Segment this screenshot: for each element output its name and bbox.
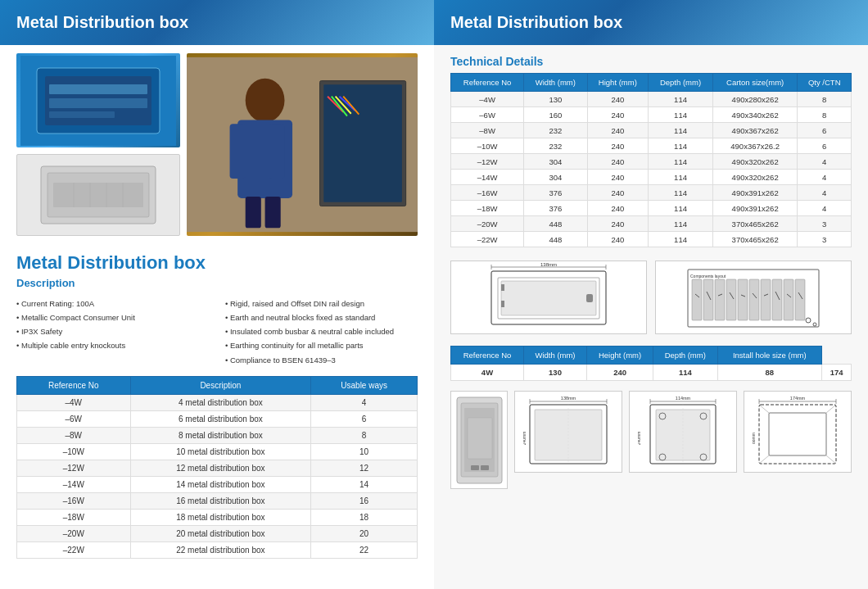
product-box-image (16, 154, 180, 236)
front-diagram-svg: 138mm (483, 263, 614, 333)
table-cell: 240 (587, 365, 653, 381)
table-row: –10W10 metal distribution box10 (17, 443, 418, 460)
description-heading: Description (16, 277, 418, 289)
svg-rect-9 (53, 183, 143, 207)
table-cell: 8 metal distribution box (130, 427, 311, 443)
table-cell: 16 metal distribution box (130, 492, 311, 509)
table-cell: 490x367x26.2 (712, 138, 798, 154)
feature-item: • Insulated comb busbar & neutral cable … (225, 325, 418, 338)
right-table1: Reference NoWidth (mm)Hight (mm)Depth (m… (450, 73, 852, 247)
svg-rect-47 (761, 279, 771, 320)
product-top-svg (20, 56, 176, 146)
table-cell: 490x340x262 (712, 107, 798, 123)
front-diag-svg: 138mm 240mm (523, 393, 613, 471)
left-title: Metal Distribution box (16, 13, 418, 32)
table-header: Install hole size (mm) (717, 347, 822, 365)
bottom-diagrams: 138mm 240mm 114mm (434, 387, 868, 492)
left-table-section: Reference NoDescriptionUsable ways –4W4 … (0, 376, 434, 559)
table-row: –18W376240114490x391x2624 (451, 201, 852, 216)
svg-rect-37 (501, 301, 504, 307)
table-cell: –14W (451, 170, 524, 185)
table-cell: –6W (451, 107, 524, 123)
table-cell: –20W (451, 216, 524, 232)
table-cell: 240 (587, 170, 649, 185)
feature-item: • Compliance to BSEN 61439–3 (225, 354, 418, 367)
table-cell: 6 (798, 138, 852, 154)
bottom-diag-hole: 174mm 88mm (744, 391, 852, 473)
feature-item: • Earthing continuity for all metallic p… (225, 339, 418, 352)
table-cell: 114 (649, 154, 713, 170)
table-cell: 114 (653, 365, 717, 381)
table-row: –20W20 metal distribution box20 (17, 525, 418, 541)
table-cell: 3 (798, 232, 852, 247)
table-cell: 490x391x262 (712, 185, 798, 201)
table-header: Qty /CTN (798, 74, 852, 92)
table-cell: 16 (311, 492, 418, 509)
table-cell: –16W (17, 492, 131, 509)
table-cell: 240 (587, 232, 649, 247)
table-cell: 10 metal distribution box (130, 443, 311, 460)
svg-point-23 (246, 79, 285, 123)
table-cell: 370x465x262 (712, 216, 798, 232)
bottom-diag-side: 114mm 240mm (629, 391, 737, 473)
feature-item: • Earth and neutral blocks fixed as stan… (225, 311, 418, 324)
table-cell: 174 (822, 365, 852, 381)
table-cell: –6W (17, 410, 131, 427)
left-header: Metal Distribution box (0, 0, 434, 45)
svg-text:88mm: 88mm (753, 433, 756, 444)
feature-item: • Rigid, raised and Offset DIN rail desi… (225, 297, 418, 310)
table-header: Reference No (451, 347, 524, 365)
table-cell: 114 (649, 232, 713, 247)
table-cell: –20W (17, 525, 131, 541)
bottom-diag-product (450, 391, 508, 489)
table-cell: 114 (649, 170, 713, 185)
svg-point-61 (806, 318, 811, 323)
right-table2: Reference NoWidth (mm)Height (mm)Depth (… (450, 346, 852, 381)
svg-rect-94 (769, 413, 826, 455)
right-table1-section: Reference NoWidth (mm)Hight (mm)Depth (m… (434, 73, 868, 247)
table-cell: 4 (798, 170, 852, 185)
table-cell: 240 (587, 138, 649, 154)
svg-rect-25 (230, 124, 246, 179)
table-cell: 240 (587, 216, 649, 232)
table-row: –4W130240114490x280x2628 (451, 92, 852, 107)
svg-rect-41 (692, 279, 702, 320)
svg-rect-26 (269, 124, 284, 179)
table-cell: 4 (798, 201, 852, 216)
features-section: • Current Rating: 100A• Metallic Compact… (0, 297, 434, 368)
svg-text:240mm: 240mm (638, 431, 641, 445)
svg-rect-45 (738, 279, 748, 320)
table-cell: –8W (451, 123, 524, 138)
table-cell: –4W (17, 394, 131, 410)
product-top-image (16, 53, 180, 147)
svg-line-97 (759, 455, 769, 464)
table-cell: 304 (524, 154, 587, 170)
table-cell: 490x280x262 (712, 92, 798, 107)
hole-diag-svg: 174mm 88mm (753, 393, 843, 471)
svg-rect-66 (468, 418, 492, 459)
table-cell: 18 (311, 509, 418, 525)
table-cell: 22 metal distribution box (130, 541, 311, 558)
svg-rect-5 (49, 111, 115, 118)
table-cell: 4 (311, 394, 418, 410)
table-cell: –10W (451, 138, 524, 154)
side-diag-svg: 114mm 240mm (638, 393, 728, 471)
images-section (0, 53, 434, 236)
table-cell: 12 (311, 460, 418, 476)
table-cell: 88 (717, 365, 822, 381)
svg-text:Components layout: Components layout (690, 274, 726, 279)
table-cell: 490x391x262 (712, 201, 798, 216)
worker-image (187, 53, 418, 236)
table-cell: 114 (649, 201, 713, 216)
bottom-diag-front: 138mm 240mm (514, 391, 622, 473)
table-row: –10W232240114490x367x26.26 (451, 138, 852, 154)
table-cell: 6 metal distribution box (130, 410, 311, 427)
table-header: Width (mm) (524, 74, 587, 92)
product-title-section: Metal Distribution box Description (0, 246, 434, 297)
technical-title: Technical Details (434, 55, 868, 68)
table-cell: 376 (524, 185, 587, 201)
table-cell: 114 (649, 216, 713, 232)
table-cell: 304 (524, 170, 587, 185)
product-diag-svg (453, 393, 506, 487)
table-cell: –18W (451, 201, 524, 216)
